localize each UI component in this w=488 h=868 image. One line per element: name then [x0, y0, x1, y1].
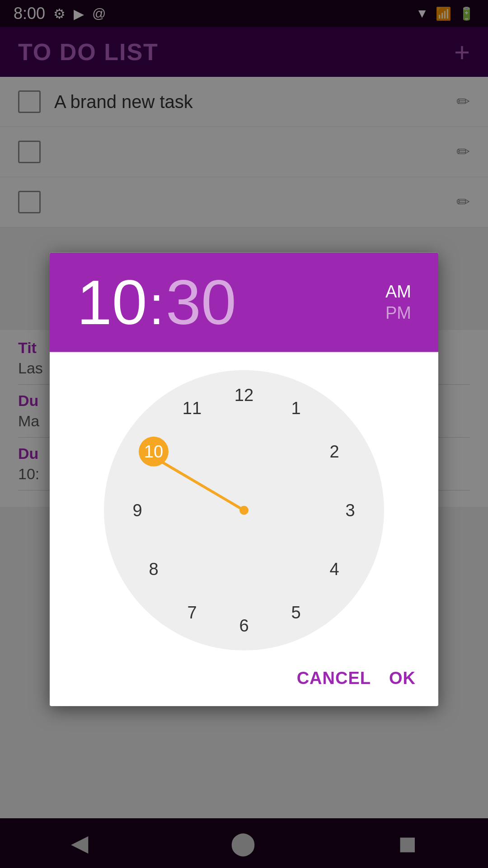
clock-num-11[interactable]: 11 — [177, 393, 207, 423]
time-display: 10 : 30 — [77, 271, 236, 334]
clock-container: 12 1 2 3 4 5 6 7 8 9 10 11 — [50, 352, 438, 660]
clock-num-1[interactable]: 1 — [281, 393, 311, 423]
clock-num-6[interactable]: 6 — [229, 611, 259, 641]
clock-num-4[interactable]: 4 — [319, 554, 349, 584]
clock-num-12[interactable]: 12 — [229, 380, 259, 410]
dialog-actions: CANCEL OK — [50, 660, 438, 706]
time-picker-dialog: 10 : 30 AM PM — [50, 253, 438, 706]
time-colon: : — [149, 278, 164, 332]
cancel-button[interactable]: CANCEL — [297, 669, 371, 688]
time-picker-header: 10 : 30 AM PM — [50, 253, 438, 352]
hour-display[interactable]: 10 — [77, 271, 147, 334]
clock-num-5[interactable]: 5 — [281, 598, 311, 627]
am-button[interactable]: AM — [385, 282, 411, 302]
clock-num-7[interactable]: 7 — [177, 598, 207, 627]
clock-num-2[interactable]: 2 — [319, 437, 349, 467]
clock-num-3[interactable]: 3 — [335, 495, 365, 525]
clock-face[interactable]: 12 1 2 3 4 5 6 7 8 9 10 11 — [104, 370, 384, 651]
ampm-selector: AM PM — [385, 282, 411, 323]
clock-num-8[interactable]: 8 — [139, 554, 169, 584]
clock-num-10[interactable]: 10 — [139, 437, 169, 467]
minute-display[interactable]: 30 — [166, 271, 236, 334]
clock-num-9[interactable]: 9 — [122, 495, 152, 525]
pm-button[interactable]: PM — [385, 303, 411, 323]
ok-button[interactable]: OK — [389, 669, 416, 688]
